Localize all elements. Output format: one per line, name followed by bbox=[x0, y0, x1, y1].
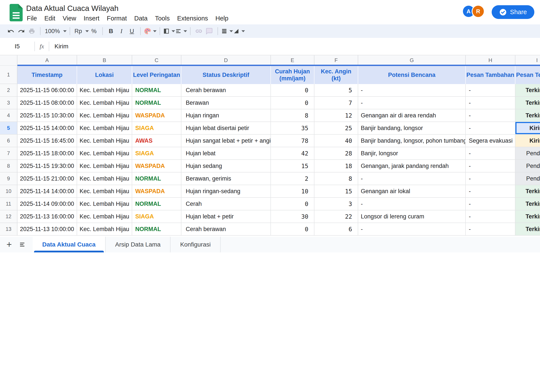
header-timestamp[interactable]: Timestamp bbox=[17, 65, 77, 84]
row-header[interactable]: 11 bbox=[0, 198, 17, 210]
cell-lokasi[interactable]: Kec. Lembah Hijau bbox=[77, 223, 132, 236]
cell-curah-hujan[interactable]: 0 bbox=[271, 223, 315, 236]
italic-button[interactable]: I bbox=[116, 26, 127, 36]
cell-status-deskriptif[interactable]: Cerah berawan bbox=[181, 223, 271, 236]
cell-level-peringatan[interactable]: WASPADA bbox=[132, 160, 181, 172]
cell-lokasi[interactable]: Kec. Lembah Hijau bbox=[77, 84, 132, 97]
insert-comment-button[interactable] bbox=[204, 26, 215, 36]
row-header[interactable]: 13 bbox=[0, 223, 17, 236]
tab-konfigurasi[interactable]: Konfigurasi bbox=[170, 237, 220, 252]
cell-pesan-terkirim[interactable]: Terkirim bbox=[515, 97, 540, 109]
cell-lokasi[interactable]: Kec. Lembah Hijau bbox=[77, 198, 132, 210]
cell-timestamp[interactable]: 2025-11-13 16:00:00 bbox=[17, 210, 77, 223]
cell-pesan-terkirim[interactable]: Terkirim bbox=[515, 185, 540, 198]
cell-kec-angin[interactable]: 28 bbox=[315, 147, 358, 160]
add-sheet-button[interactable]: + bbox=[3, 237, 16, 252]
cell-timestamp[interactable]: 2025-11-15 10:30:00 bbox=[17, 109, 77, 122]
currency-format-button[interactable]: Rp bbox=[73, 26, 89, 36]
cell-curah-hujan[interactable]: 15 bbox=[271, 160, 315, 172]
cell-curah-hujan[interactable]: 42 bbox=[271, 147, 315, 160]
horizontal-align-button[interactable] bbox=[175, 26, 187, 36]
cell-kec-angin[interactable]: 25 bbox=[315, 122, 358, 135]
row-header[interactable]: 9 bbox=[0, 172, 17, 185]
cell-pesan-terkirim[interactable]: Terkirim bbox=[515, 109, 540, 122]
row-header-1[interactable]: 1 bbox=[0, 65, 17, 84]
cell-lokasi[interactable]: Kec. Lembah Hijau bbox=[77, 160, 132, 172]
cell-curah-hujan[interactable]: 0 bbox=[271, 97, 315, 109]
cell-timestamp[interactable]: 2025-11-15 08:00:00 bbox=[17, 97, 77, 109]
tab-arsip-data-lama[interactable]: Arsip Data Lama bbox=[106, 237, 171, 252]
row-header[interactable]: 4 bbox=[0, 109, 17, 122]
cell-pesan-terkirim[interactable]: Terkirim bbox=[515, 84, 540, 97]
cell-lokasi[interactable]: Kec. Lembah Hijau bbox=[77, 172, 132, 185]
cell-kec-angin[interactable]: 5 bbox=[315, 84, 358, 97]
underline-button[interactable]: U bbox=[127, 26, 137, 36]
header-level-peringatan[interactable]: Level Peringatan bbox=[132, 65, 181, 84]
menu-edit[interactable]: Edit bbox=[41, 14, 59, 23]
cell-timestamp[interactable]: 2025-11-15 06:00:00 bbox=[17, 84, 77, 97]
menu-view[interactable]: View bbox=[59, 14, 80, 23]
document-title[interactable]: Data Aktual Cuaca Wilayah bbox=[26, 4, 118, 13]
cell-kec-angin[interactable]: 15 bbox=[315, 185, 358, 198]
cell-kec-angin[interactable]: 8 bbox=[315, 172, 358, 185]
cell-pesan-tambahan[interactable]: - bbox=[466, 210, 515, 223]
cell-curah-hujan[interactable]: 2 bbox=[271, 172, 315, 185]
cell-pesan-terkirim[interactable]: Kirim bbox=[515, 135, 540, 147]
cell-curah-hujan[interactable]: 10 bbox=[271, 185, 315, 198]
redo-button[interactable] bbox=[16, 26, 27, 36]
cell-pesan-tambahan[interactable]: - bbox=[466, 97, 515, 109]
cell-status-deskriptif[interactable]: Hujan ringan-sedang bbox=[181, 185, 271, 198]
menu-extensions[interactable]: Extensions bbox=[173, 14, 212, 23]
cell-level-peringatan[interactable]: NORMAL bbox=[132, 84, 181, 97]
cell-status-deskriptif[interactable]: Hujan ringan bbox=[181, 109, 271, 122]
cell-potensi-bencana[interactable]: Banjir, longsor bbox=[358, 147, 466, 160]
menu-insert[interactable]: Insert bbox=[80, 14, 103, 23]
cell-pesan-terkirim[interactable]: Pending bbox=[515, 172, 540, 185]
menu-help[interactable]: Help bbox=[212, 14, 232, 23]
cell-timestamp[interactable]: 2025-11-15 16:45:00 bbox=[17, 135, 77, 147]
row-header[interactable]: 2 bbox=[0, 84, 17, 97]
menu-file[interactable]: File bbox=[23, 14, 41, 23]
cell-status-deskriptif[interactable]: Hujan lebat + petir bbox=[181, 210, 271, 223]
print-button[interactable] bbox=[27, 26, 37, 36]
cell-lokasi[interactable]: Kec. Lembah Hijau bbox=[77, 147, 132, 160]
row-header[interactable]: 3 bbox=[0, 97, 17, 109]
header-status-deskriptif[interactable]: Status Deskriptif bbox=[181, 65, 271, 84]
cell-timestamp[interactable]: 2025-11-15 14:00:00 bbox=[17, 122, 77, 135]
zoom-select[interactable]: 100% bbox=[44, 26, 67, 36]
cell-level-peringatan[interactable]: SIAGA bbox=[132, 147, 181, 160]
cell-potensi-bencana[interactable]: Genangan air lokal bbox=[358, 185, 466, 198]
undo-button[interactable] bbox=[6, 26, 16, 36]
cell-pesan-tambahan[interactable]: - bbox=[466, 185, 515, 198]
header-pesan-terkirim[interactable]: Pesan Terkirim bbox=[515, 65, 540, 84]
cell-pesan-tambahan[interactable]: - bbox=[466, 147, 515, 160]
cell-potensi-bencana[interactable]: Genangan, jarak pandang rendah bbox=[358, 160, 466, 172]
insert-link-button[interactable] bbox=[194, 26, 204, 36]
cell-potensi-bencana[interactable]: Banjir bandang, longsor, pohon tumbang bbox=[358, 135, 466, 147]
cell-curah-hujan[interactable]: 8 bbox=[271, 109, 315, 122]
cell-level-peringatan[interactable]: WASPADA bbox=[132, 185, 181, 198]
cell-pesan-tambahan[interactable]: - bbox=[466, 160, 515, 172]
cell-pesan-terkirim[interactable]: Kirim bbox=[515, 122, 540, 135]
cell-status-deskriptif[interactable]: Berawan bbox=[181, 97, 271, 109]
cell-kec-angin[interactable]: 12 bbox=[315, 109, 358, 122]
column-header-b[interactable]: B bbox=[77, 55, 132, 65]
cell-level-peringatan[interactable]: NORMAL bbox=[132, 172, 181, 185]
menu-tools[interactable]: Tools bbox=[151, 14, 174, 23]
borders-button[interactable] bbox=[163, 26, 175, 36]
cell-level-peringatan[interactable]: NORMAL bbox=[132, 97, 181, 109]
cell-pesan-terkirim[interactable]: Terkirim bbox=[515, 223, 540, 236]
menu-data[interactable]: Data bbox=[130, 14, 151, 23]
create-filter-button[interactable] bbox=[233, 26, 245, 36]
cell-level-peringatan[interactable]: WASPADA bbox=[132, 109, 181, 122]
cell-pesan-terkirim[interactable]: Terkirim bbox=[515, 198, 540, 210]
cell-pesan-terkirim[interactable]: Pending bbox=[515, 147, 540, 160]
cell-pesan-terkirim[interactable]: Terkirim bbox=[515, 210, 540, 223]
cell-potensi-bencana[interactable]: - bbox=[358, 223, 466, 236]
column-header-f[interactable]: F bbox=[315, 55, 358, 65]
cell-status-deskriptif[interactable]: Cerah bbox=[181, 198, 271, 210]
tab-data-aktual-cuaca[interactable]: Data Aktual Cuaca bbox=[33, 237, 106, 252]
cell-kec-angin[interactable]: 3 bbox=[315, 198, 358, 210]
header-kec-angin[interactable]: Kec. Angin(kt) bbox=[315, 65, 358, 84]
cell-curah-hujan[interactable]: 30 bbox=[271, 210, 315, 223]
